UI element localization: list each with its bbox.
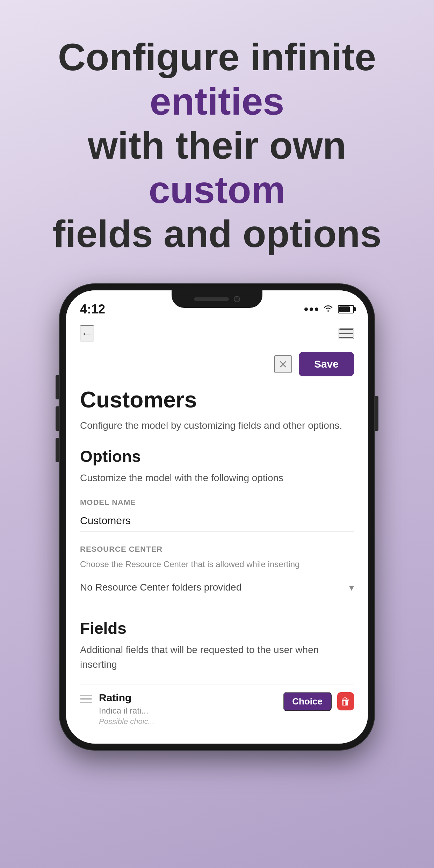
- status-time: 4:12: [80, 302, 105, 317]
- battery-icon: [338, 305, 354, 313]
- phone-outer: 4:12: [60, 284, 374, 750]
- scroll-content: Customers Configure the model by customi…: [66, 383, 368, 744]
- action-bar: × Save: [66, 348, 368, 383]
- options-section-title: Options: [80, 447, 354, 466]
- hamburger-icon: [339, 328, 353, 330]
- delete-field-button[interactable]: 🗑: [337, 692, 354, 710]
- field-item-rating: Rating Indica il rati... Possible choic.…: [80, 685, 354, 733]
- hero-title: Configure infinite entities with their o…: [28, 35, 406, 256]
- close-icon: ×: [279, 357, 287, 371]
- drag-line: [80, 698, 92, 700]
- chevron-down-icon: ▾: [349, 582, 354, 593]
- field-info: Rating Indica il rati... Possible choic.…: [99, 692, 276, 726]
- resource-center-value: No Resource Center folders provided: [80, 582, 241, 593]
- hero-text-part1: Configure infinite: [58, 35, 376, 78]
- trash-icon: 🗑: [341, 696, 350, 707]
- drag-line: [80, 695, 92, 696]
- nav-bar: ←: [66, 318, 368, 348]
- choice-badge-button[interactable]: Choice: [283, 692, 332, 711]
- phone-notch: [172, 290, 262, 308]
- save-button[interactable]: Save: [299, 352, 354, 376]
- model-name-input[interactable]: [80, 511, 354, 532]
- fields-section: Fields Additional fields that will be re…: [80, 612, 354, 733]
- drag-handle[interactable]: [80, 692, 92, 703]
- model-name-field: MODEL NAME: [80, 498, 354, 532]
- hero-accent2: custom: [149, 168, 285, 211]
- fields-section-title: Fields: [80, 619, 354, 638]
- status-icons: [304, 304, 354, 315]
- hero-text-part2: with their own: [88, 124, 346, 167]
- close-button[interactable]: ×: [274, 355, 292, 373]
- resource-center-label: RESOURCE CENTER: [80, 545, 354, 554]
- field-subtext2: Possible choic...: [99, 717, 276, 726]
- wifi-icon: [323, 304, 334, 315]
- field-name: Rating: [99, 692, 276, 704]
- hero-accent1: entities: [150, 80, 284, 123]
- speaker: [194, 297, 229, 301]
- hero-section: Configure infinite entities with their o…: [0, 0, 434, 277]
- phone-frame: 4:12: [60, 284, 374, 750]
- hamburger-icon: [339, 333, 353, 334]
- model-name-label: MODEL NAME: [80, 498, 354, 507]
- drag-line: [80, 702, 92, 703]
- resource-center-field: RESOURCE CENTER Choose the Resource Cent…: [80, 545, 354, 599]
- hamburger-icon: [339, 337, 353, 338]
- hamburger-button[interactable]: [339, 328, 354, 339]
- options-section-description: Customize the model with the following o…: [80, 471, 354, 485]
- resource-center-hint: Choose the Resource Center that is allow…: [80, 558, 354, 571]
- field-subtext: Indica il rati...: [99, 706, 276, 716]
- page-title: Customers: [80, 387, 354, 413]
- back-button[interactable]: ←: [80, 325, 94, 341]
- page-description: Configure the model by customizing field…: [80, 418, 354, 433]
- signal-dots: [304, 308, 318, 311]
- hero-text-part3: fields and options: [52, 212, 381, 255]
- fields-section-description: Additional fields that will be requested…: [80, 643, 354, 672]
- phone-inner: 4:12: [66, 290, 368, 744]
- camera: [234, 296, 240, 302]
- resource-center-select[interactable]: No Resource Center folders provided ▾: [80, 576, 354, 599]
- back-arrow-icon: ←: [81, 326, 93, 340]
- field-actions: Choice 🗑: [283, 692, 354, 711]
